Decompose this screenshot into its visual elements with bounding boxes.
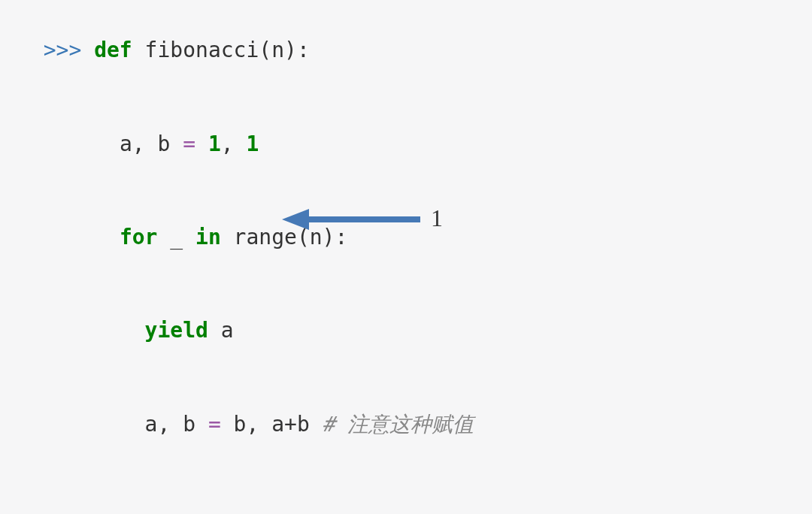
code-line-yield: yield a <box>18 286 812 345</box>
equals-op: = <box>183 132 208 156</box>
number-one-a: 1 <box>208 132 221 156</box>
space <box>132 38 145 62</box>
indent <box>44 412 145 437</box>
annotation-label: 1 <box>431 201 443 235</box>
lhs: a, b <box>120 132 183 156</box>
keyword-def: def <box>94 38 132 62</box>
function-name: fibonacci <box>145 38 259 62</box>
indent <box>44 132 120 156</box>
keyword-in: in <box>195 225 221 249</box>
arrow-annotation: 1 <box>279 203 443 237</box>
equals-op: = <box>208 412 234 437</box>
number-one-b: 1 <box>246 132 259 156</box>
prompt-marker: >>> <box>44 38 94 62</box>
svg-marker-1 <box>282 209 309 230</box>
keyword-yield: yield <box>145 318 208 343</box>
code-line-assign-swap: a, b = b, a+b # 注意这种赋值 <box>18 380 812 439</box>
lhs: a, b <box>145 412 208 437</box>
comma-sep: , <box>221 132 247 156</box>
yield-var: a <box>208 318 234 343</box>
blank-gap <box>18 466 812 514</box>
rhs: b, a+b <box>234 412 323 437</box>
indent <box>44 318 145 343</box>
code-line-def: >>> def fibonacci(n): <box>18 6 812 65</box>
arrow-icon <box>279 205 422 234</box>
code-line-assign-init: a, b = 1, 1 <box>18 99 812 158</box>
indent <box>44 225 120 249</box>
for-mid: _ <box>157 225 195 249</box>
comment-text: # 注意这种赋值 <box>323 412 474 437</box>
def-args: (n): <box>259 38 309 62</box>
keyword-for: for <box>120 225 158 249</box>
